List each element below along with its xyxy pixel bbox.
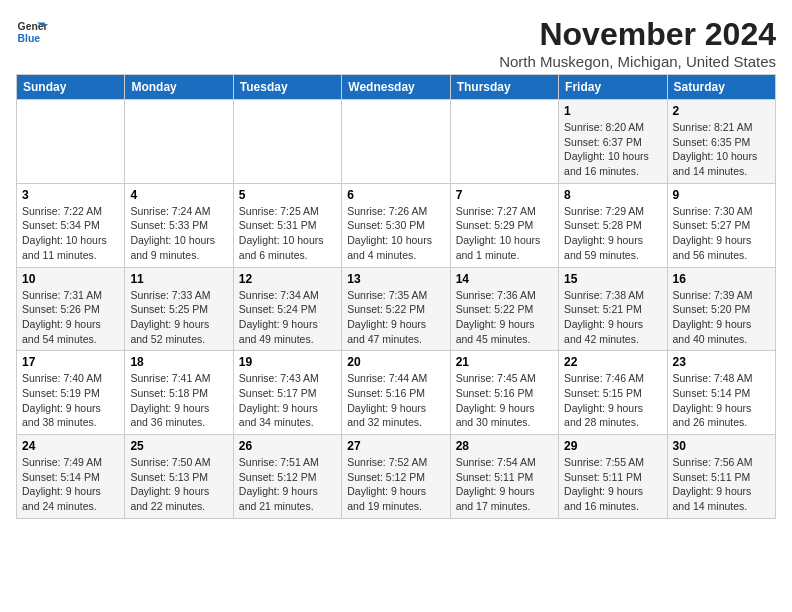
day-info: Sunrise: 7:45 AM Sunset: 5:16 PM Dayligh… [456,371,553,430]
calendar-cell: 25Sunrise: 7:50 AM Sunset: 5:13 PM Dayli… [125,435,233,519]
day-number: 8 [564,188,661,202]
title-area: November 2024 North Muskegon, Michigan, … [499,16,776,70]
day-info: Sunrise: 7:30 AM Sunset: 5:27 PM Dayligh… [673,204,770,263]
day-number: 23 [673,355,770,369]
header: General Blue November 2024 North Muskego… [16,16,776,70]
day-number: 6 [347,188,444,202]
calendar-cell: 1Sunrise: 8:20 AM Sunset: 6:37 PM Daylig… [559,100,667,184]
day-info: Sunrise: 7:35 AM Sunset: 5:22 PM Dayligh… [347,288,444,347]
calendar-cell [17,100,125,184]
day-number: 19 [239,355,336,369]
day-of-week-header: Friday [559,75,667,100]
day-info: Sunrise: 7:51 AM Sunset: 5:12 PM Dayligh… [239,455,336,514]
day-of-week-header: Saturday [667,75,775,100]
day-number: 11 [130,272,227,286]
day-number: 22 [564,355,661,369]
day-info: Sunrise: 7:27 AM Sunset: 5:29 PM Dayligh… [456,204,553,263]
day-info: Sunrise: 7:43 AM Sunset: 5:17 PM Dayligh… [239,371,336,430]
day-of-week-header: Wednesday [342,75,450,100]
calendar-cell: 30Sunrise: 7:56 AM Sunset: 5:11 PM Dayli… [667,435,775,519]
day-of-week-header: Tuesday [233,75,341,100]
day-number: 2 [673,104,770,118]
day-number: 27 [347,439,444,453]
day-info: Sunrise: 7:56 AM Sunset: 5:11 PM Dayligh… [673,455,770,514]
calendar-cell: 24Sunrise: 7:49 AM Sunset: 5:14 PM Dayli… [17,435,125,519]
calendar-table: SundayMondayTuesdayWednesdayThursdayFrid… [16,74,776,519]
day-number: 16 [673,272,770,286]
day-info: Sunrise: 7:22 AM Sunset: 5:34 PM Dayligh… [22,204,119,263]
calendar-cell: 14Sunrise: 7:36 AM Sunset: 5:22 PM Dayli… [450,267,558,351]
day-number: 7 [456,188,553,202]
calendar-cell: 22Sunrise: 7:46 AM Sunset: 5:15 PM Dayli… [559,351,667,435]
calendar-cell: 18Sunrise: 7:41 AM Sunset: 5:18 PM Dayli… [125,351,233,435]
day-info: Sunrise: 7:29 AM Sunset: 5:28 PM Dayligh… [564,204,661,263]
calendar-cell: 2Sunrise: 8:21 AM Sunset: 6:35 PM Daylig… [667,100,775,184]
day-info: Sunrise: 7:48 AM Sunset: 5:14 PM Dayligh… [673,371,770,430]
calendar-cell: 26Sunrise: 7:51 AM Sunset: 5:12 PM Dayli… [233,435,341,519]
calendar-cell: 6Sunrise: 7:26 AM Sunset: 5:30 PM Daylig… [342,183,450,267]
day-of-week-header: Thursday [450,75,558,100]
day-info: Sunrise: 7:36 AM Sunset: 5:22 PM Dayligh… [456,288,553,347]
calendar-cell: 28Sunrise: 7:54 AM Sunset: 5:11 PM Dayli… [450,435,558,519]
calendar-cell: 5Sunrise: 7:25 AM Sunset: 5:31 PM Daylig… [233,183,341,267]
day-info: Sunrise: 7:54 AM Sunset: 5:11 PM Dayligh… [456,455,553,514]
calendar-cell: 19Sunrise: 7:43 AM Sunset: 5:17 PM Dayli… [233,351,341,435]
calendar-cell: 17Sunrise: 7:40 AM Sunset: 5:19 PM Dayli… [17,351,125,435]
day-number: 4 [130,188,227,202]
calendar-cell: 3Sunrise: 7:22 AM Sunset: 5:34 PM Daylig… [17,183,125,267]
day-number: 28 [456,439,553,453]
location-title: North Muskegon, Michigan, United States [499,53,776,70]
day-info: Sunrise: 7:33 AM Sunset: 5:25 PM Dayligh… [130,288,227,347]
day-info: Sunrise: 7:38 AM Sunset: 5:21 PM Dayligh… [564,288,661,347]
day-info: Sunrise: 7:34 AM Sunset: 5:24 PM Dayligh… [239,288,336,347]
day-number: 13 [347,272,444,286]
logo: General Blue [16,16,48,48]
month-title: November 2024 [499,16,776,53]
calendar-cell: 27Sunrise: 7:52 AM Sunset: 5:12 PM Dayli… [342,435,450,519]
day-number: 17 [22,355,119,369]
day-of-week-header: Monday [125,75,233,100]
day-info: Sunrise: 7:50 AM Sunset: 5:13 PM Dayligh… [130,455,227,514]
day-info: Sunrise: 7:31 AM Sunset: 5:26 PM Dayligh… [22,288,119,347]
day-info: Sunrise: 7:39 AM Sunset: 5:20 PM Dayligh… [673,288,770,347]
day-info: Sunrise: 7:46 AM Sunset: 5:15 PM Dayligh… [564,371,661,430]
day-number: 21 [456,355,553,369]
day-number: 20 [347,355,444,369]
logo-icon: General Blue [16,16,48,48]
calendar-cell: 7Sunrise: 7:27 AM Sunset: 5:29 PM Daylig… [450,183,558,267]
calendar-cell: 16Sunrise: 7:39 AM Sunset: 5:20 PM Dayli… [667,267,775,351]
day-number: 15 [564,272,661,286]
day-number: 5 [239,188,336,202]
calendar-cell: 13Sunrise: 7:35 AM Sunset: 5:22 PM Dayli… [342,267,450,351]
day-info: Sunrise: 8:21 AM Sunset: 6:35 PM Dayligh… [673,120,770,179]
calendar-cell: 11Sunrise: 7:33 AM Sunset: 5:25 PM Dayli… [125,267,233,351]
day-number: 3 [22,188,119,202]
day-info: Sunrise: 8:20 AM Sunset: 6:37 PM Dayligh… [564,120,661,179]
day-info: Sunrise: 7:49 AM Sunset: 5:14 PM Dayligh… [22,455,119,514]
day-info: Sunrise: 7:26 AM Sunset: 5:30 PM Dayligh… [347,204,444,263]
day-number: 30 [673,439,770,453]
day-number: 24 [22,439,119,453]
day-number: 26 [239,439,336,453]
day-info: Sunrise: 7:52 AM Sunset: 5:12 PM Dayligh… [347,455,444,514]
day-info: Sunrise: 7:24 AM Sunset: 5:33 PM Dayligh… [130,204,227,263]
day-number: 14 [456,272,553,286]
calendar-cell: 20Sunrise: 7:44 AM Sunset: 5:16 PM Dayli… [342,351,450,435]
calendar-cell [233,100,341,184]
day-info: Sunrise: 7:41 AM Sunset: 5:18 PM Dayligh… [130,371,227,430]
day-number: 12 [239,272,336,286]
day-info: Sunrise: 7:44 AM Sunset: 5:16 PM Dayligh… [347,371,444,430]
calendar-cell [125,100,233,184]
day-number: 9 [673,188,770,202]
calendar-cell: 15Sunrise: 7:38 AM Sunset: 5:21 PM Dayli… [559,267,667,351]
calendar-cell: 23Sunrise: 7:48 AM Sunset: 5:14 PM Dayli… [667,351,775,435]
calendar-cell: 9Sunrise: 7:30 AM Sunset: 5:27 PM Daylig… [667,183,775,267]
day-number: 10 [22,272,119,286]
calendar-cell [342,100,450,184]
calendar-cell: 4Sunrise: 7:24 AM Sunset: 5:33 PM Daylig… [125,183,233,267]
day-info: Sunrise: 7:25 AM Sunset: 5:31 PM Dayligh… [239,204,336,263]
day-info: Sunrise: 7:55 AM Sunset: 5:11 PM Dayligh… [564,455,661,514]
calendar-cell: 10Sunrise: 7:31 AM Sunset: 5:26 PM Dayli… [17,267,125,351]
calendar-cell: 29Sunrise: 7:55 AM Sunset: 5:11 PM Dayli… [559,435,667,519]
day-of-week-header: Sunday [17,75,125,100]
